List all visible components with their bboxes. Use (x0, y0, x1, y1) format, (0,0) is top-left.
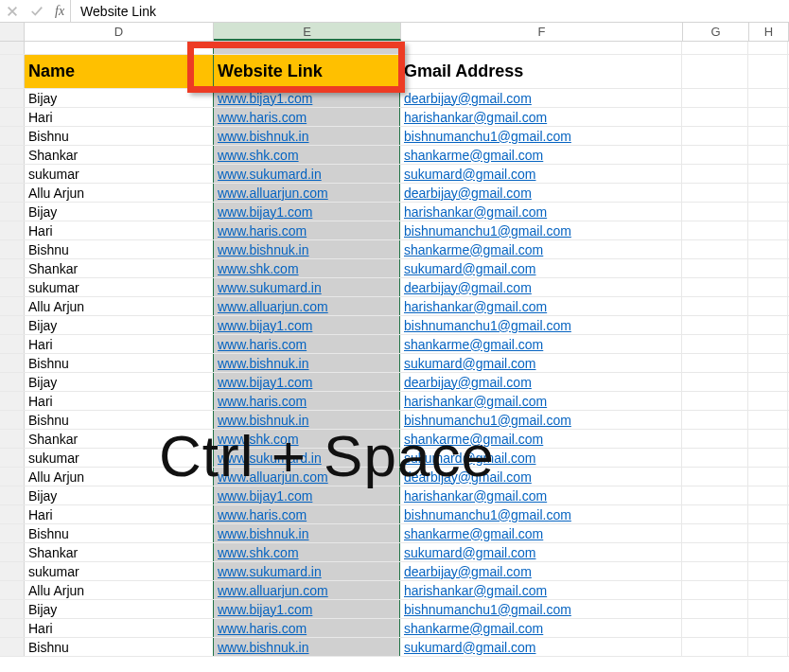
cell[interactable] (748, 335, 788, 353)
row-gutter[interactable] (0, 468, 25, 486)
cell[interactable] (748, 468, 788, 486)
cell-website[interactable]: www.haris.com (213, 505, 400, 523)
website-link[interactable]: www.bijay1.com (218, 375, 312, 390)
row-gutter[interactable] (0, 562, 25, 580)
website-link[interactable]: www.bijay1.com (218, 602, 312, 617)
cell-gmail[interactable]: sukumard@gmail.com (400, 259, 682, 277)
fx-button[interactable]: fx (49, 0, 71, 22)
cell[interactable] (748, 373, 788, 391)
row-gutter[interactable] (0, 430, 25, 448)
cell[interactable] (748, 221, 788, 239)
row-gutter[interactable] (0, 278, 25, 296)
row-gutter[interactable] (0, 316, 25, 334)
row-gutter[interactable] (0, 392, 25, 410)
row-gutter[interactable] (0, 505, 25, 523)
cell-website[interactable]: www.haris.com (213, 108, 400, 126)
row-gutter[interactable] (0, 146, 25, 164)
email-link[interactable]: sukumard@gmail.com (404, 261, 535, 276)
cell-name[interactable]: Hari (25, 108, 214, 126)
cell-name[interactable]: Hari (25, 335, 214, 353)
cell-name[interactable]: Hari (25, 221, 214, 239)
email-link[interactable]: shankarme@gmail.com (404, 148, 543, 163)
cell-gmail[interactable]: dearbijay@gmail.com (400, 89, 682, 107)
cell-name[interactable]: Bijay (25, 203, 214, 221)
cell[interactable] (682, 505, 748, 523)
email-link[interactable]: dearbijay@gmail.com (404, 469, 532, 485)
email-link[interactable]: bishnumanchu1@gmail.com (404, 507, 571, 522)
email-link[interactable]: dearbijay@gmail.com (404, 564, 532, 579)
cell-gmail[interactable]: dearbijay@gmail.com (400, 373, 682, 391)
row-gutter[interactable] (0, 184, 25, 202)
cell[interactable] (748, 165, 788, 183)
cell-gmail[interactable]: dearbijay@gmail.com (400, 184, 682, 202)
cell[interactable] (400, 42, 682, 54)
row-gutter[interactable] (0, 55, 25, 88)
cell-name[interactable]: Allu Arjun (25, 297, 214, 315)
cell-gmail[interactable]: harishankar@gmail.com (400, 392, 682, 410)
cell[interactable] (682, 373, 748, 391)
email-link[interactable]: harishankar@gmail.com (404, 488, 547, 504)
cell[interactable] (682, 297, 748, 315)
website-link[interactable]: www.sukumard.in (218, 280, 322, 295)
cell-website[interactable]: www.shk.com (213, 543, 400, 561)
cell-gmail[interactable]: harishankar@gmail.com (400, 581, 682, 599)
cell[interactable] (682, 42, 748, 54)
cell[interactable] (682, 524, 748, 542)
col-header-G[interactable]: G (683, 23, 749, 41)
cell-website[interactable]: www.sukumard.in (213, 562, 400, 580)
cell-website[interactable]: www.bishnuk.in (213, 354, 400, 372)
cell[interactable] (682, 335, 748, 353)
email-link[interactable]: harishankar@gmail.com (404, 299, 547, 314)
cell[interactable] (682, 411, 748, 429)
website-link[interactable]: www.alluarjun.com (218, 299, 328, 314)
cell-gmail[interactable]: harishankar@gmail.com (400, 108, 682, 126)
cell[interactable] (748, 392, 788, 410)
formula-input[interactable] (71, 0, 789, 22)
email-link[interactable]: sukumard@gmail.com (404, 167, 535, 182)
cell[interactable] (682, 449, 748, 467)
cell-name[interactable]: Bishnu (25, 411, 214, 429)
cell[interactable] (682, 581, 748, 599)
email-link[interactable]: bishnumanchu1@gmail.com (404, 413, 571, 428)
cell-website[interactable]: www.sukumard.in (213, 449, 400, 467)
cell[interactable] (682, 392, 748, 410)
cell-website[interactable]: www.bishnuk.in (213, 524, 400, 542)
row-gutter[interactable] (0, 335, 25, 353)
email-link[interactable]: shankarme@gmail.com (404, 337, 543, 352)
cell-website[interactable]: www.shk.com (213, 430, 400, 448)
cell-name[interactable]: Hari (25, 505, 214, 523)
row-gutter[interactable] (0, 581, 25, 599)
cell-name[interactable]: Bishnu (25, 638, 214, 656)
cell-website[interactable]: www.bijay1.com (213, 373, 400, 391)
website-link[interactable]: www.haris.com (218, 621, 307, 636)
cell[interactable] (748, 524, 788, 542)
cell-gmail[interactable]: sukumard@gmail.com (400, 449, 682, 467)
header-gmail[interactable]: Gmail Address (400, 55, 682, 88)
cell[interactable] (682, 55, 748, 88)
cell-gmail[interactable]: bishnumanchu1@gmail.com (400, 221, 682, 239)
email-link[interactable]: shankarme@gmail.com (404, 526, 543, 541)
cell[interactable] (682, 221, 748, 239)
email-link[interactable]: shankarme@gmail.com (404, 432, 543, 447)
cell-name[interactable]: Bijay (25, 373, 214, 391)
cell[interactable] (748, 619, 788, 637)
cell-gmail[interactable]: bishnumanchu1@gmail.com (400, 600, 682, 618)
cell-gmail[interactable]: sukumard@gmail.com (400, 354, 682, 372)
cell-name[interactable]: Bishnu (25, 127, 214, 145)
cell[interactable] (213, 42, 400, 54)
website-link[interactable]: www.haris.com (218, 394, 307, 409)
website-link[interactable]: www.sukumard.in (218, 451, 322, 466)
cancel-icon[interactable] (0, 0, 25, 23)
email-link[interactable]: sukumard@gmail.com (404, 640, 535, 655)
website-link[interactable]: www.haris.com (218, 337, 307, 352)
cell[interactable] (682, 203, 748, 221)
cell[interactable] (748, 127, 788, 145)
cell[interactable] (682, 430, 748, 448)
cell-website[interactable]: www.bijay1.com (213, 203, 400, 221)
email-link[interactable]: harishankar@gmail.com (404, 583, 547, 598)
cell[interactable] (748, 297, 788, 315)
cell-gmail[interactable]: sukumard@gmail.com (400, 165, 682, 183)
cell-website[interactable]: www.haris.com (213, 392, 400, 410)
cell[interactable] (682, 146, 748, 164)
row-gutter[interactable] (0, 486, 25, 504)
